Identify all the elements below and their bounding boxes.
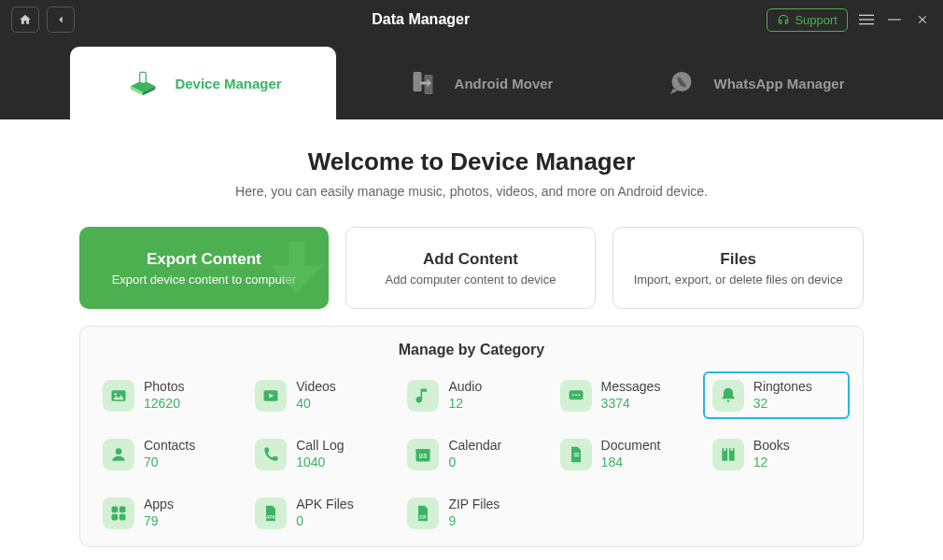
category-item-photos[interactable]: Photos 12620: [93, 371, 240, 419]
tab-label: Android Mover: [455, 76, 554, 91]
category-label: Call Log: [296, 438, 344, 455]
category-item-books[interactable]: Books 12: [703, 430, 850, 478]
category-text: Books 12: [753, 438, 790, 470]
device-manager-icon: [124, 64, 162, 102]
whatsapp-manager-icon: [663, 64, 700, 102]
category-label: Calendar: [448, 438, 501, 455]
close-button[interactable]: [913, 10, 932, 29]
category-item-ringtones[interactable]: Ringtones 32: [703, 371, 850, 419]
category-count: 40: [296, 396, 336, 413]
category-label: Audio: [448, 379, 482, 396]
tab-bar: Device Manager Android Mover WhatsApp Ma…: [0, 39, 943, 119]
category-item-messages[interactable]: Messages 3374: [551, 371, 697, 419]
audio-icon: [407, 380, 439, 412]
category-text: Ringtones 32: [753, 379, 812, 412]
category-text: Contacts 70: [144, 438, 195, 470]
add-content-card[interactable]: Add Content Add computer content to devi…: [345, 227, 597, 309]
category-label: ZIP Files: [448, 497, 500, 513]
svg-rect-0: [859, 15, 874, 16]
welcome-subtitle: Here, you can easily manage music, photo…: [79, 184, 864, 199]
category-item-document[interactable]: Document 184: [551, 430, 697, 478]
document-icon: [560, 439, 592, 470]
category-text: ZIP Files 9: [448, 497, 500, 529]
category-item-videos[interactable]: Videos 40: [246, 371, 392, 419]
close-icon: [916, 13, 929, 26]
category-label: Document: [601, 438, 661, 455]
category-label: Photos: [144, 379, 185, 396]
support-label: Support: [795, 13, 837, 27]
zip-icon: [407, 497, 439, 529]
tab-android-mover[interactable]: Android Mover: [345, 47, 612, 119]
category-label: APK Files: [296, 497, 353, 513]
svg-rect-1: [859, 19, 874, 20]
chevron-left-icon: [54, 13, 67, 26]
category-count: 12620: [144, 396, 185, 413]
category-text: APK Files 0: [296, 497, 353, 529]
tab-whatsapp-manager[interactable]: WhatsApp Manager: [621, 47, 887, 119]
category-text: Photos 12620: [144, 379, 185, 412]
category-label: Contacts: [144, 438, 195, 455]
action-cards: Export Content Export device content to …: [79, 227, 864, 309]
apps-icon: [103, 497, 134, 529]
minimize-icon: [888, 13, 901, 26]
minimize-button[interactable]: [885, 10, 904, 29]
category-text: Document 184: [601, 438, 661, 470]
category-item-audio[interactable]: Audio 12: [398, 371, 544, 419]
category-count: 32: [753, 396, 812, 413]
category-count: 1040: [296, 455, 344, 471]
tab-label: WhatsApp Manager: [713, 76, 844, 91]
category-count: 3374: [601, 396, 661, 413]
category-count: 0: [448, 455, 501, 471]
android-mover-icon: [404, 64, 442, 102]
category-item-apps[interactable]: Apps 79: [93, 489, 240, 537]
apk-icon: [255, 497, 287, 529]
category-label: Videos: [296, 379, 336, 396]
tab-device-manager[interactable]: Device Manager: [70, 47, 336, 119]
ringtones-icon: [712, 380, 744, 412]
home-icon: [19, 13, 32, 26]
svg-rect-4: [140, 72, 147, 83]
category-text: Messages 3374: [601, 379, 661, 412]
card-title: Files: [720, 250, 756, 269]
contacts-icon: [103, 439, 134, 470]
category-text: Audio 12: [448, 379, 482, 412]
category-title: Manage by Category: [93, 342, 850, 358]
category-text: Call Log 1040: [296, 438, 344, 470]
category-item-calllog[interactable]: Call Log 1040: [246, 430, 392, 478]
main-content: Welcome to Device Manager Here, you can …: [0, 119, 943, 560]
category-label: Apps: [144, 497, 174, 513]
calllog-icon: [255, 439, 287, 470]
category-count: 0: [296, 513, 353, 530]
category-label: Ringtones: [753, 379, 812, 396]
card-subtitle: Import, export, or delete files on devic…: [634, 273, 843, 287]
category-item-contacts[interactable]: Contacts 70: [93, 430, 240, 478]
messages-icon: [560, 380, 592, 412]
category-count: 70: [144, 455, 195, 471]
books-icon: [712, 439, 744, 470]
category-label: Books: [753, 438, 790, 455]
support-button[interactable]: Support: [767, 8, 848, 32]
category-item-zip[interactable]: ZIP Files 9: [398, 489, 544, 537]
card-title: Export Content: [147, 250, 261, 269]
category-count: 184: [601, 455, 661, 471]
videos-icon: [255, 380, 287, 412]
card-title: Add Content: [423, 250, 518, 269]
category-label: Messages: [601, 379, 661, 396]
category-item-apk[interactable]: APK Files 0: [246, 489, 392, 537]
category-count: 12: [753, 455, 790, 471]
card-subtitle: Add computer content to device: [386, 273, 556, 287]
welcome-title: Welcome to Device Manager: [79, 147, 864, 176]
category-text: Videos 40: [296, 379, 336, 412]
files-card[interactable]: Files Import, export, or delete files on…: [612, 227, 864, 309]
home-button[interactable]: [11, 7, 39, 33]
title-bar: Data Manager Support: [0, 0, 943, 39]
welcome-section: Welcome to Device Manager Here, you can …: [79, 147, 864, 199]
tab-label: Device Manager: [175, 76, 281, 91]
category-item-calendar[interactable]: Calendar 0: [398, 430, 544, 478]
svg-rect-2: [859, 23, 874, 24]
menu-icon: [859, 12, 874, 27]
export-content-card[interactable]: Export Content Export device content to …: [79, 227, 329, 309]
menu-button[interactable]: [857, 10, 876, 29]
category-grid: Photos 12620 Videos 40 Audio 12 Messages…: [93, 371, 850, 537]
back-button[interactable]: [47, 7, 75, 33]
